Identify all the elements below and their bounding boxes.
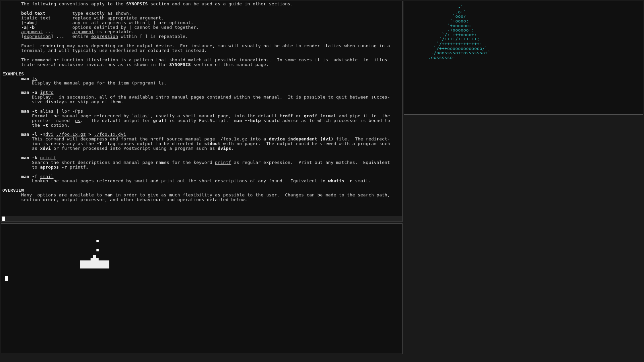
- svg-rect-0: [93, 255, 96, 258]
- terminal-shell[interactable]: ▪ ▪: [1, 223, 402, 354]
- man-content: The following conventions apply to the S…: [1, 1, 402, 203]
- svg-rect-2: [80, 260, 109, 268]
- terminal-man-page[interactable]: The following conventions apply to the S…: [1, 1, 402, 222]
- invaders-art: ▪ ▪: [1, 224, 402, 273]
- terminal-screenfetch[interactable]: -` .o+` `ooo/ `+oooo: `+oooooo: -+oooooo…: [404, 1, 643, 115]
- man-status-line: [1, 216, 402, 222]
- arch-ascii-logo: -` .o+` `ooo/ `+oooo: `+oooooo: -+oooooo…: [408, 4, 492, 61]
- svg-rect-1: [91, 258, 99, 260]
- shell-prompt[interactable]: [1, 274, 402, 282]
